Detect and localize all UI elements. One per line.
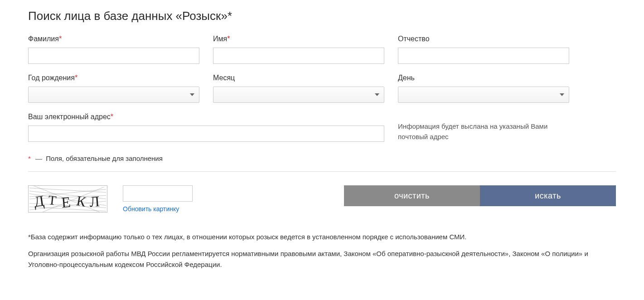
field-month: Месяц bbox=[213, 74, 384, 103]
label-year: Год рождения* bbox=[28, 74, 199, 82]
search-button[interactable]: искать bbox=[480, 185, 616, 206]
required-mark: * bbox=[227, 35, 230, 43]
svg-text:Т: Т bbox=[48, 193, 57, 208]
refresh-captcha-link[interactable]: Обновить картинку bbox=[123, 205, 193, 213]
footer-notes: *База содержит информацию только о тех л… bbox=[28, 232, 616, 270]
select-year[interactable] bbox=[28, 87, 199, 103]
input-captcha[interactable] bbox=[123, 185, 193, 202]
required-fields-note: * — Поля, обязательные для заполнения bbox=[28, 155, 616, 162]
field-patronymic: Отчество bbox=[398, 35, 569, 64]
captcha-input-col: Обновить картинку bbox=[123, 185, 193, 213]
field-day: День bbox=[398, 74, 569, 103]
required-mark: * bbox=[75, 74, 77, 82]
captcha-row: Д Т Е К Л Обновить картинку очистить иск… bbox=[28, 185, 616, 213]
field-lastname: Фамилия* bbox=[28, 35, 199, 64]
svg-text:Е: Е bbox=[61, 194, 71, 211]
required-mark: * bbox=[59, 35, 62, 43]
email-info-wrap: Информация будет выслана на указаный Вам… bbox=[398, 113, 569, 142]
label-lastname: Фамилия* bbox=[28, 35, 199, 43]
chevron-down-icon bbox=[560, 93, 564, 96]
captcha-image: Д Т Е К Л bbox=[28, 185, 107, 213]
footnote-2: Организация розыскной работы МВД России … bbox=[28, 248, 616, 270]
label-firstname: Имя* bbox=[213, 35, 384, 43]
input-patronymic[interactable] bbox=[398, 48, 569, 64]
separator bbox=[28, 171, 616, 172]
field-firstname: Имя* bbox=[213, 35, 384, 64]
footnote-1: *База содержит информацию только о тех л… bbox=[28, 232, 616, 242]
svg-text:Л: Л bbox=[89, 193, 100, 210]
input-firstname[interactable] bbox=[213, 48, 384, 64]
chevron-down-icon bbox=[375, 93, 379, 96]
input-email[interactable] bbox=[28, 126, 384, 142]
button-group: очистить искать bbox=[344, 185, 616, 206]
field-year: Год рождения* bbox=[28, 74, 199, 103]
svg-text:Д: Д bbox=[33, 193, 45, 210]
select-month[interactable] bbox=[213, 87, 384, 103]
label-email: Ваш электронный адрес* bbox=[28, 113, 384, 121]
row-birthdate: Год рождения* Месяц День bbox=[28, 74, 616, 103]
field-email: Ваш электронный адрес* bbox=[28, 113, 384, 142]
clear-button[interactable]: очистить bbox=[344, 185, 480, 206]
required-mark: * bbox=[111, 113, 113, 121]
chevron-down-icon bbox=[190, 93, 194, 96]
label-patronymic: Отчество bbox=[398, 35, 569, 43]
select-day[interactable] bbox=[398, 87, 569, 103]
page-title: Поиск лица в базе данных «Розыск»* bbox=[28, 9, 616, 23]
row-name: Фамилия* Имя* Отчество bbox=[28, 35, 616, 64]
row-email: Ваш электронный адрес* Информация будет … bbox=[28, 113, 616, 142]
svg-text:К: К bbox=[75, 193, 87, 210]
label-month: Месяц bbox=[213, 74, 384, 82]
input-lastname[interactable] bbox=[28, 48, 199, 64]
email-info-text: Информация будет выслана на указаный Вам… bbox=[398, 121, 569, 142]
label-day: День bbox=[398, 74, 569, 82]
